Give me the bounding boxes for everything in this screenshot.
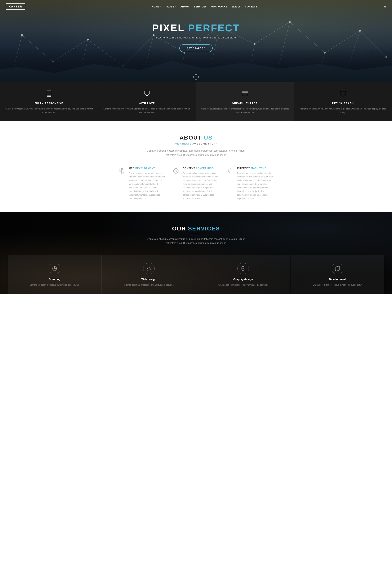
service-card-branding-title: Branding	[12, 278, 98, 281]
svg-point-59	[49, 96, 49, 96]
feature-text-love: Kanter developed with love and attention…	[102, 107, 191, 114]
feature-multi-page: ONE&MULTI PAGE Made for developers, agen…	[196, 82, 294, 121]
about-service-marketing-text: Praesent sodales, quam vitae gravida int…	[237, 172, 274, 200]
services-heading: OUR SERVICES	[8, 225, 384, 232]
services-section: OUR SERVICES Claritas est etiam processu…	[0, 212, 392, 294]
about-service-advertising-text: Praesent sodales, quam vitae gravida int…	[183, 172, 220, 200]
nav-item-pages[interactable]: PAGES ▾	[166, 5, 176, 8]
service-card-development: Development Claritas est etiam processus…	[290, 255, 384, 294]
services-desc: Claritas est etiam processus dynamicus, …	[146, 237, 246, 246]
svg-point-63	[244, 92, 244, 92]
menu-icon[interactable]: ≡	[384, 4, 386, 9]
svg-point-62	[243, 92, 243, 92]
service-card-web-design-title: Web design	[106, 278, 192, 281]
svg-point-76	[174, 168, 178, 174]
bulb-icon	[226, 167, 234, 175]
services-heading-plain: OUR	[172, 225, 188, 232]
dial-icon	[237, 263, 249, 274]
svg-marker-92	[335, 266, 340, 271]
services-inner: OUR SERVICES Claritas est etiam processu…	[8, 225, 384, 294]
feature-title-retina: RETINA READY	[298, 102, 388, 105]
svg-point-77	[175, 170, 177, 172]
svg-point-70	[120, 170, 123, 172]
about-heading-plain: ABOUT	[180, 134, 204, 141]
nav-item-home[interactable]: HOME ▾	[152, 5, 161, 8]
hero-title: PIXEL PERFECT	[152, 22, 240, 34]
hero-title-plain: PIXEL	[152, 22, 188, 34]
about-desc: Claritas est etiam processus dynamicus, …	[146, 149, 246, 157]
about-service-marketing-title: INTERNET MARKETING	[237, 167, 274, 170]
about-heading: ABOUT US	[12, 134, 380, 141]
svg-point-91	[243, 268, 244, 269]
about-service-advertising: CONTEXT ADVERTISING Praesent sodales, qu…	[172, 167, 220, 200]
feature-with-love: WITH LOVE Kanter developed with love and…	[98, 82, 196, 121]
svg-line-79	[177, 169, 178, 170]
chevron-down-icon: ▾	[196, 76, 197, 78]
about-subheading-accent: WE CREATE	[174, 142, 192, 145]
feature-text-page: Made for developers, agencies, photograp…	[200, 107, 289, 114]
svg-line-67	[344, 95, 344, 96]
svg-rect-65	[340, 91, 346, 95]
hero-content: PIXEL PERFECT Say hello to the smartest …	[152, 22, 240, 52]
nav-links: HOME ▾ PAGES ▾ ABOUT SERVICES OUR WORKS …	[152, 5, 258, 8]
logo[interactable]: KANTER	[6, 4, 25, 10]
services-heading-underline	[192, 234, 200, 234]
feature-text-responsive: Kanter is fully responsive, you can view…	[4, 107, 93, 114]
heart-icon	[102, 90, 191, 99]
svg-rect-57	[47, 91, 51, 96]
target-icon	[118, 167, 126, 175]
about-heading-accent: US	[204, 134, 213, 141]
svg-point-64	[244, 92, 244, 92]
get-started-button[interactable]: GET STARTED	[179, 44, 213, 52]
lifesaver-icon	[172, 167, 180, 175]
feature-retina: RETINA READY Kanter is retina ready, you…	[294, 82, 392, 121]
svg-line-66	[342, 95, 342, 96]
service-card-branding: Branding Claritas est etiam processus dy…	[8, 255, 102, 294]
service-card-web-design: Web design Claritas est etiam processus …	[102, 255, 196, 294]
about-section: ABOUT US WE CREATE AWESOME STUFF Clarita…	[0, 121, 392, 212]
svg-point-71	[121, 170, 122, 172]
tablet-icon	[4, 90, 93, 99]
services-heading-accent: SERVICES	[188, 225, 220, 232]
feature-title-love: WITH LOVE	[102, 102, 191, 105]
about-service-marketing-content: INTERNET MARKETING Praesent sodales, qua…	[237, 167, 274, 200]
service-card-graphic-design-title: Graphig design	[200, 278, 286, 281]
nav-item-our-works[interactable]: OUR WORKS	[211, 5, 228, 8]
svg-line-78	[174, 169, 175, 170]
service-card-graphic-design-text: Claritas est etiam processus dynamicus, …	[200, 283, 286, 287]
service-card-web-design-text: Claritas est etiam processus dynamicus, …	[106, 283, 192, 287]
hero-subtitle: Say hello to the smartest and most flexi…	[152, 36, 240, 39]
feature-title-responsive: FULLY RESPONSIVE	[4, 102, 93, 105]
about-service-web-dev-title: WEB DEVELOPMENT	[128, 167, 166, 170]
scroll-down-button[interactable]: ▾	[193, 74, 199, 80]
map-icon	[332, 263, 343, 274]
services-grid: Branding Claritas est etiam processus dy…	[8, 255, 384, 294]
about-services-grid: WEB DEVELOPMENT Praesent sodales, quam v…	[118, 167, 274, 200]
svg-line-80	[174, 172, 175, 173]
nav-item-services[interactable]: SERVICES	[194, 5, 207, 8]
monitor-icon	[298, 90, 388, 99]
about-service-web-dev: WEB DEVELOPMENT Praesent sodales, quam v…	[118, 167, 166, 200]
service-card-graphic-design: Graphig design Claritas est etiam proces…	[196, 255, 290, 294]
nav-item-about[interactable]: ABOUT	[180, 5, 190, 8]
dropdown-arrow-home: ▾	[160, 6, 161, 8]
nav-item-contact[interactable]: CONTACT	[245, 5, 258, 8]
about-subheading: WE CREATE AWESOME STUFF	[12, 142, 380, 145]
feature-text-retina: Kanter is retina ready, you can view it …	[298, 107, 388, 114]
service-card-branding-text: Claritas est etiam processus dynamicus, …	[12, 283, 98, 287]
drop-icon	[143, 263, 155, 274]
feature-title-page: ONE&MULTI PAGE	[200, 102, 289, 105]
about-service-marketing: INTERNET MARKETING Praesent sodales, qua…	[226, 167, 274, 200]
about-subheading-plain: AWESOME STUFF	[192, 142, 218, 145]
service-card-development-text: Claritas est etiam processus dynamicus, …	[294, 283, 380, 287]
service-card-development-title: Development	[294, 278, 380, 281]
about-service-advertising-title: CONTEXT ADVERTISING	[183, 167, 220, 170]
pie-icon	[49, 263, 60, 274]
hero-title-accent: PERFECT	[188, 22, 240, 34]
svg-line-81	[177, 172, 178, 173]
about-service-web-dev-text: Praesent sodales, quam vitae gravida int…	[128, 172, 166, 200]
dropdown-arrow-pages: ▾	[175, 6, 176, 8]
features-section: FULLY RESPONSIVE Kanter is fully respons…	[0, 82, 392, 121]
browser-icon	[200, 90, 289, 99]
nav-item-skills[interactable]: SKILLS	[232, 5, 241, 8]
